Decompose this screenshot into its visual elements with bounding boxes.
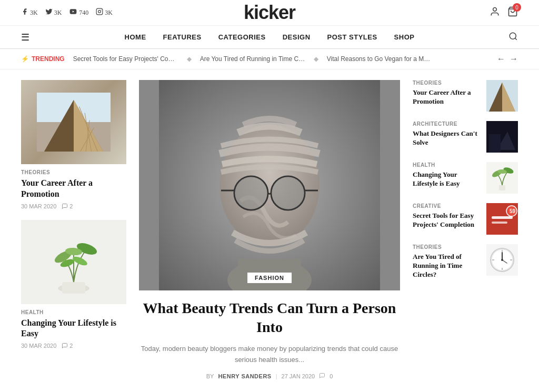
nav-bar: ☰ HOME FEATURES CATEGORIES DESIGN POST S… [0, 26, 539, 49]
site-logo[interactable]: kicker [244, 2, 295, 24]
trending-next[interactable]: → [510, 54, 518, 64]
card-lifestyle-image [21, 220, 126, 304]
youtube-icon [69, 8, 77, 17]
svg-point-33 [272, 177, 304, 209]
sidebar-career-title: Your Career After a Promotion [413, 88, 479, 106]
sidebar-architecture-image [486, 121, 518, 153]
sidebar-career-image [486, 80, 518, 112]
hero-comments-icon [319, 373, 325, 380]
card-lifestyle-title: Changing Your Lifestyle is Easy [21, 318, 126, 340]
card-career[interactable]: THEORIES Your Career After a Promotion 3… [21, 80, 126, 209]
svg-rect-44 [499, 185, 505, 190]
sidebar-creative[interactable]: CREATIVE Secret Tools for Easy Projects'… [413, 203, 518, 235]
instagram-link[interactable]: 3K [96, 8, 113, 17]
trending-items: Secret Tools for Easy Projects' Compl ..… [73, 55, 488, 63]
hero-image [139, 80, 400, 290]
twitter-icon [45, 8, 53, 17]
hero-title: What Beauty Trends Can Turn a Person Int… [139, 299, 400, 337]
nav-design[interactable]: DESIGN [283, 33, 311, 41]
main-content: THEORIES Your Career After a Promotion 3… [0, 69, 539, 390]
by-label: BY [206, 373, 214, 379]
right-sidebar: THEORIES Your Career After a Promotion A… [413, 80, 518, 380]
sidebar-time-title: Are You Tired of Running in Time Circles… [413, 253, 479, 279]
cart-badge: 0 [513, 3, 521, 12]
svg-point-2 [98, 11, 101, 13]
card-career-date: 30 MAR 2020 [21, 203, 56, 209]
sidebar-time[interactable]: THEORIES Are You Tired of Running in Tim… [413, 244, 518, 281]
svg-text:59: 59 [510, 208, 516, 214]
sidebar-architecture[interactable]: ARCHITECTURE What Designers Can't Solve [413, 121, 518, 153]
nav-categories[interactable]: CATEGORIES [218, 33, 266, 41]
hero-image-container: FASHION [139, 80, 400, 290]
left-column: THEORIES Your Career After a Promotion 3… [21, 80, 126, 380]
trending-item-2[interactable]: Are You Tired of Running in Time Circl..… [200, 55, 305, 63]
user-icon[interactable] [490, 6, 500, 19]
card-career-meta: 30 MAR 2020 2 [21, 203, 126, 209]
twitter-count: 3K [54, 9, 62, 17]
youtube-link[interactable]: 740 [69, 8, 88, 17]
sidebar-architecture-category: ARCHITECTURE [413, 121, 479, 127]
svg-point-4 [493, 8, 497, 12]
top-right-actions: 0 [490, 6, 518, 19]
sidebar-career[interactable]: THEORIES Your Career After a Promotion [413, 80, 518, 112]
trending-bar: ⚡ TRENDING Secret Tools for Easy Project… [0, 49, 539, 69]
bolt-icon: ⚡ [21, 55, 29, 63]
nav-links: HOME FEATURES CATEGORIES DESIGN POST STY… [125, 33, 415, 41]
nav-features[interactable]: FEATURES [163, 33, 202, 41]
trending-label: ⚡ TRENDING [21, 55, 65, 63]
svg-point-3 [101, 9, 102, 10]
facebook-link[interactable]: 3K [21, 8, 38, 17]
sidebar-health-category: HEALTH [413, 162, 479, 168]
svg-rect-50 [492, 222, 507, 224]
svg-rect-49 [492, 216, 513, 219]
card-lifestyle-category: HEALTH [21, 309, 126, 315]
search-icon[interactable] [508, 32, 518, 43]
top-bar: 3K 3K 740 3K kicker 0 [0, 0, 539, 26]
card-career-comments: 2 [62, 203, 73, 209]
instagram-count: 3K [105, 9, 113, 17]
card-career-image [21, 80, 126, 164]
hero-author[interactable]: HENRY SANDERS [218, 373, 271, 379]
menu-hamburger-icon[interactable]: ☰ [21, 32, 29, 43]
sidebar-career-category: THEORIES [413, 80, 479, 86]
card-career-title: Your Career After a Promotion [21, 178, 126, 200]
sidebar-creative-category: CREATIVE [413, 203, 479, 209]
sidebar-time-image [486, 244, 518, 276]
hero-description: Today, modern beauty bloggers make money… [139, 344, 400, 366]
sidebar-health-title: Changing Your Lifestyle is Easy [413, 170, 479, 188]
nav-shop[interactable]: SHOP [394, 33, 415, 41]
svg-point-62 [501, 259, 503, 261]
card-lifestyle[interactable]: HEALTH Changing Your Lifestyle is Easy 3… [21, 220, 126, 349]
youtube-count: 740 [79, 9, 88, 17]
twitter-link[interactable]: 3K [45, 8, 62, 17]
sidebar-time-category: THEORIES [413, 244, 479, 250]
facebook-icon [21, 8, 28, 17]
svg-point-6 [510, 33, 516, 39]
nav-home[interactable]: HOME [125, 33, 146, 41]
trending-prev[interactable]: ← [497, 54, 505, 64]
svg-rect-42 [489, 134, 501, 153]
hero-category-tag: FASHION [247, 273, 292, 283]
instagram-icon [96, 8, 103, 17]
sidebar-creative-image: 59 [486, 203, 518, 235]
hero-comments-count: 0 [330, 373, 333, 379]
hero-date: 27 JAN 2020 [282, 373, 315, 379]
facebook-count: 3K [30, 9, 38, 17]
nav-post-styles[interactable]: POST STYLES [327, 33, 377, 41]
sidebar-creative-title: Secret Tools for Easy Projects' Completi… [413, 212, 479, 229]
svg-line-7 [515, 38, 516, 39]
trending-item-3[interactable]: Vital Reasons to Go Vegan for a Month [327, 55, 432, 63]
sidebar-health[interactable]: HEALTH Changing Your Lifestyle is Easy [413, 162, 518, 194]
sidebar-health-image [486, 162, 518, 194]
card-lifestyle-meta: 30 MAR 2020 2 [21, 343, 126, 349]
social-links: 3K 3K 740 3K [21, 8, 113, 17]
svg-point-32 [235, 177, 267, 209]
trending-nav: ← → [497, 54, 518, 64]
cart-button[interactable]: 0 [507, 6, 518, 19]
svg-rect-1 [97, 8, 103, 15]
sidebar-architecture-title: What Designers Can't Solve [413, 129, 479, 147]
card-lifestyle-comments: 2 [62, 343, 73, 349]
card-lifestyle-date: 30 MAR 2020 [21, 343, 56, 349]
trending-item-1[interactable]: Secret Tools for Easy Projects' Compl ..… [73, 55, 178, 63]
svg-rect-20 [62, 282, 85, 294]
